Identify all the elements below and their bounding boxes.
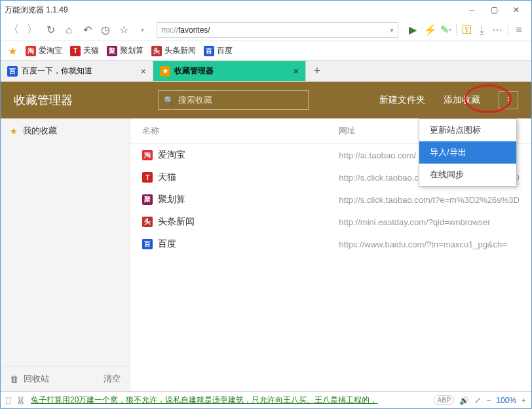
back-icon[interactable]: 〈 (7, 24, 20, 37)
bolt-icon[interactable]: ⚡ (425, 24, 436, 36)
sidebar-recycle[interactable]: 🗑 回收站 清空 (1, 366, 130, 391)
row-name: 头条新闻 (158, 216, 195, 228)
close-button[interactable]: ✕ (505, 3, 527, 16)
col-name: 名称 (142, 125, 339, 137)
row-url: https://www.baidu.com/?tn=maxco1_pg&ch= (339, 240, 520, 249)
row-name: 聚划算 (158, 194, 185, 205)
abp-icon[interactable]: ABP (434, 395, 454, 405)
page-title: 收藏管理器 (14, 92, 145, 108)
favorite-row[interactable]: 百百度https://www.baidu.com/?tn=maxco1_pg&c… (130, 233, 531, 255)
key-icon[interactable]: ⚿ (461, 24, 473, 36)
bookmark-label: 爱淘宝 (39, 45, 62, 56)
download-icon[interactable]: ⭳ (476, 24, 488, 36)
search-placeholder: 搜索收藏 (178, 94, 212, 106)
favorite-row[interactable]: 聚聚划算http://s.click.taobao.com/t?e=m%3D2%… (130, 188, 531, 211)
volume-icon[interactable]: 🔊 (459, 396, 469, 405)
brush-icon[interactable]: ✎▾ (440, 24, 451, 36)
nav-toolbar: 〈 〉 ↻ ⌂ ↶ ◷ ☆ ▾ mx://favorites/ ▾ ▶ ⚡ ✎▾… (1, 19, 531, 41)
tab[interactable]: ★收藏管理器× (153, 61, 306, 81)
bookmarks-bar: ★淘爱淘宝T天猫聚聚划算头头条新闻百百度 (1, 41, 531, 61)
sidebar: ★ 我的收藏 🗑 回收站 清空 (1, 118, 130, 391)
clock-icon[interactable]: ◷ (99, 24, 112, 37)
tab-icon: 百 (7, 66, 18, 77)
bookmark-label: 聚划算 (120, 45, 143, 56)
bookmark-item[interactable]: 头头条新闻 (151, 45, 196, 56)
bookmark-icon: 聚 (107, 46, 117, 56)
dropdown-icon[interactable]: ▾ (136, 24, 149, 37)
bookmark-label: 头条新闻 (164, 45, 196, 56)
row-name: 爱淘宝 (158, 149, 185, 161)
tab[interactable]: 百百度一下，你就知道× (1, 61, 153, 81)
menu-icon[interactable]: ⋯ (491, 24, 503, 36)
bookmark-icon: ★ (7, 46, 18, 56)
dropdown-item[interactable]: 更新站点图标 (419, 119, 516, 141)
home-icon[interactable]: ⌂ (62, 24, 75, 37)
favorite-row[interactable]: 头头条新闻http://mini.eastday.com/?qid=wnbrow… (130, 211, 531, 233)
row-icon: 头 (142, 217, 153, 227)
bookmark-icon: 淘 (26, 46, 36, 56)
hamburger-icon[interactable]: ≡ (513, 24, 525, 36)
row-icon: T (142, 172, 153, 183)
trash-icon: 🗑 (10, 374, 18, 384)
add-favorite-link[interactable]: 添加收藏 (444, 94, 480, 106)
url-prefix: mx:// (161, 26, 178, 35)
content-area: ★ 我的收藏 🗑 回收站 清空 名称 网址 淘爱淘宝http://ai.taob… (1, 118, 531, 391)
status-news[interactable]: 兔子打算用20万建一个窝，狼不允许，说私自建就是违章建筑，只允许向王八买。王八是… (31, 395, 428, 406)
titlebar: 万能浏览器 1.1.49 ─ ▢ ✕ (1, 1, 531, 19)
tab-icon: ★ (160, 66, 170, 77)
bookmark-icon: 头 (151, 46, 162, 56)
kebab-icon: ⋮ (504, 97, 513, 103)
forward-icon[interactable]: 〉 (26, 24, 39, 37)
expand-icon[interactable]: ⤢ (474, 396, 481, 405)
app-title: 万能浏览器 1.1.49 (5, 5, 68, 16)
row-url: http://s.click.taobao.com/t?e=m%3D2%26s%… (339, 195, 520, 205)
more-menu-button[interactable]: ⋮ (499, 91, 518, 109)
dropdown-item[interactable]: 在线同步 (419, 164, 516, 186)
zoom-out-icon[interactable]: − (486, 396, 491, 405)
row-name: 天猫 (158, 171, 176, 183)
row-name: 百度 (158, 238, 176, 250)
bookmark-item[interactable]: 淘爱淘宝 (26, 45, 62, 56)
undo-icon[interactable]: ↶ (81, 24, 94, 37)
new-folder-link[interactable]: 新建文件夹 (379, 94, 425, 106)
tab-label: 百度一下，你就知道 (22, 65, 92, 77)
go-icon[interactable]: ▶ (406, 24, 419, 37)
url-path: favorites/ (178, 26, 210, 35)
bookmark-item[interactable]: ★ (7, 46, 18, 56)
new-tab-button[interactable]: + (306, 61, 328, 81)
zoom-level[interactable]: 100% (496, 396, 516, 405)
status-bar: ⎕ 🐰 兔子打算用20万建一个窝，狼不允许，说私自建就是违章建筑，只允许向王八买… (1, 391, 531, 408)
sidebar-item-my-favorites[interactable]: ★ 我的收藏 (1, 118, 130, 143)
bookmark-icon: 百 (204, 46, 214, 56)
minimize-button[interactable]: ─ (461, 3, 483, 16)
col-url: 网址 (339, 125, 356, 137)
bookmark-icon: T (70, 46, 81, 56)
url-dropdown-icon[interactable]: ▾ (390, 26, 394, 35)
bookmark-label: 百度 (217, 45, 233, 56)
recycle-label: 回收站 (24, 373, 49, 385)
bookmark-item[interactable]: 聚聚划算 (107, 45, 143, 56)
clear-link[interactable]: 清空 (104, 373, 121, 385)
url-input[interactable]: mx://favorites/ ▾ (157, 22, 398, 38)
rabbit-icon: 🐰 (16, 396, 26, 405)
zoom-in-icon[interactable]: + (522, 396, 526, 405)
sidebar-toggle-icon[interactable]: ⎕ (6, 396, 10, 405)
dropdown-item[interactable]: 导入/导出 (419, 141, 516, 164)
more-dropdown: 更新站点图标导入/导出在线同步 (419, 118, 517, 187)
row-icon: 聚 (142, 194, 153, 205)
row-icon: 百 (142, 239, 153, 249)
tab-close-icon[interactable]: × (294, 66, 299, 77)
search-icon: 🔍 (164, 96, 174, 105)
favorites-header: 收藏管理器 🔍 搜索收藏 新建文件夹 添加收藏 ⋮ (1, 82, 531, 118)
reload-icon[interactable]: ↻ (44, 24, 57, 37)
row-url: http://mini.eastday.com/?qid=wnbrowser (339, 217, 520, 227)
bookmark-item[interactable]: 百百度 (204, 45, 233, 56)
bookmark-label: 天猫 (83, 45, 99, 56)
star-icon[interactable]: ☆ (117, 24, 130, 37)
search-input[interactable]: 🔍 搜索收藏 (158, 90, 309, 110)
sidebar-item-label: 我的收藏 (23, 125, 57, 137)
maximize-button[interactable]: ▢ (483, 3, 505, 16)
bookmark-item[interactable]: T天猫 (70, 45, 99, 56)
tab-close-icon[interactable]: × (141, 66, 146, 77)
star-icon: ★ (10, 126, 18, 136)
